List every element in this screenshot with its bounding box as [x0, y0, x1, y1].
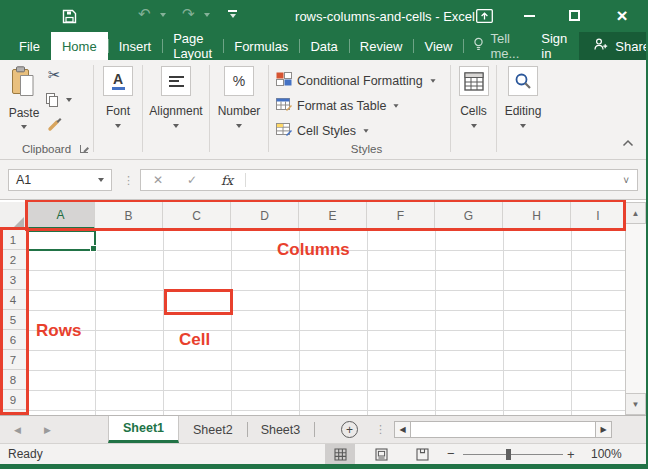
conditional-formatting-icon: [276, 72, 292, 89]
formula-input-panel: ✕ ✓ fx ˅: [140, 169, 638, 191]
tab-formulas[interactable]: Formulas: [223, 32, 299, 60]
tab-view[interactable]: View: [413, 32, 463, 60]
clipboard-group: Paste ✂ Clipboard: [0, 60, 93, 159]
sheet-tab-sheet2[interactable]: Sheet2: [179, 416, 247, 443]
cut-button[interactable]: ✂: [48, 66, 61, 84]
share-button[interactable]: Share: [579, 32, 648, 60]
alignment-dropdown-icon: [173, 124, 179, 128]
name-box-value: A1: [9, 173, 91, 187]
font-dropdown-icon: [115, 124, 121, 128]
expand-formula-bar-icon[interactable]: ˅: [615, 175, 637, 186]
format-painter-icon: [47, 118, 64, 135]
title-bar: ↶ ↷ rows-columns-and-cells - Excel ×: [0, 0, 646, 32]
conditional-formatting-button[interactable]: Conditional Formatting: [276, 68, 450, 93]
collapse-ribbon-icon[interactable]: [622, 133, 634, 151]
zoom-out-button[interactable]: −: [447, 446, 455, 461]
person-plus-icon: [594, 38, 608, 54]
tab-review[interactable]: Review: [349, 32, 414, 60]
window-bottom-edge: [0, 464, 646, 469]
worksheet-grid: A B C D E F G H I 1 2 3 4 5 6 7 8 9 Colu…: [0, 200, 646, 415]
tab-file[interactable]: File: [8, 32, 51, 60]
scroll-down-icon[interactable]: ▼: [626, 393, 646, 415]
format-as-table-button[interactable]: Format as Table: [276, 93, 450, 118]
scroll-up-icon[interactable]: ▲: [626, 202, 646, 224]
ribbon-display-options-icon[interactable]: [476, 9, 493, 23]
columns-annotation: Columns: [277, 240, 350, 260]
alignment-group-button[interactable]: Alignment: [143, 60, 209, 159]
formula-bar-row: A1 ⋮ ✕ ✓ fx ˅: [0, 160, 646, 200]
redo-icon[interactable]: ↷: [182, 5, 195, 23]
cells-group-button[interactable]: Cells: [451, 60, 496, 159]
alignment-icon: [161, 66, 191, 96]
font-icon: A: [103, 66, 133, 96]
hscroll-right-icon[interactable]: ▶: [595, 421, 612, 438]
minimize-button[interactable]: [524, 15, 535, 17]
paste-dropdown-icon: [21, 125, 27, 129]
sheet-nav-right-icon[interactable]: ▶: [44, 416, 51, 443]
cell-styles-button[interactable]: Cell Styles: [276, 118, 450, 143]
rows-annotation: Rows: [36, 321, 81, 341]
tab-data[interactable]: Data: [299, 32, 348, 60]
selected-cell-a1[interactable]: [27, 230, 96, 251]
sign-in-button[interactable]: Sign in: [529, 32, 579, 60]
customize-quick-access-icon[interactable]: [228, 10, 237, 18]
clipboard-dialog-launcher-icon[interactable]: [80, 145, 88, 153]
tab-home[interactable]: Home: [51, 32, 108, 60]
zoom-slider-track[interactable]: [463, 454, 563, 455]
maximize-button[interactable]: [569, 10, 580, 21]
sheet-tab-spacer: [314, 416, 342, 443]
zoom-level[interactable]: 100%: [591, 447, 622, 461]
number-group-label: Number: [218, 104, 261, 118]
lightbulb-icon: [473, 37, 484, 55]
hscroll-thumb[interactable]: [411, 421, 595, 438]
columns-highlight-box: [25, 200, 626, 231]
number-group-button[interactable]: % Number: [210, 60, 268, 159]
save-icon[interactable]: [60, 8, 78, 24]
name-box[interactable]: A1: [8, 169, 112, 191]
cell-styles-icon: [276, 122, 292, 139]
tab-page-layout[interactable]: Page Layout: [162, 32, 223, 60]
cells-table-icon: [459, 66, 489, 96]
status-bar: Ready − + 100%: [0, 443, 646, 464]
format-painter-button[interactable]: [47, 115, 64, 136]
editing-group-label: Editing: [505, 104, 542, 118]
ribbon-tab-row: File Home Insert Page Layout Formulas Da…: [0, 32, 646, 60]
sheetbar-grip-icon[interactable]: ⋮: [375, 416, 386, 443]
alignment-group-label: Alignment: [149, 104, 202, 118]
insert-function-icon[interactable]: fx: [209, 173, 245, 188]
page-layout-view-button[interactable]: [366, 444, 396, 464]
styles-group: Conditional Formatting Format as Table C…: [269, 60, 450, 159]
normal-view-button[interactable]: [325, 444, 355, 464]
page-break-preview-button[interactable]: [407, 444, 437, 464]
close-button[interactable]: ×: [612, 4, 632, 28]
copy-dropdown-icon[interactable]: [66, 98, 72, 102]
font-group-label: Font: [106, 104, 130, 118]
formula-bar-grip-icon[interactable]: ⋮: [123, 169, 134, 191]
sheet-tabs: Sheet1 Sheet2 Sheet3: [108, 416, 342, 443]
sheet-tab-sheet3[interactable]: Sheet3: [247, 416, 315, 443]
styles-group-label: Styles: [276, 143, 457, 155]
editing-group-button[interactable]: Editing: [497, 60, 549, 159]
new-sheet-button[interactable]: +: [341, 421, 358, 438]
name-box-dropdown-icon[interactable]: [98, 178, 104, 182]
sheet-tab-sheet1[interactable]: Sheet1: [108, 416, 179, 443]
hscroll-left-icon[interactable]: ◀: [394, 421, 411, 438]
cells-dropdown-icon: [471, 124, 477, 128]
horizontal-scrollbar[interactable]: ◀ ▶: [394, 421, 612, 438]
paste-button[interactable]: Paste: [8, 66, 40, 129]
status-text: Ready: [8, 447, 43, 461]
cancel-icon[interactable]: ✕: [141, 173, 175, 187]
tell-me-box[interactable]: Tell me...: [463, 32, 529, 60]
font-group-button[interactable]: A Font: [94, 60, 142, 159]
sheet-tab-bar: ◀ ▶ Sheet1 Sheet2 Sheet3 + ⋮ ◀ ▶: [0, 415, 646, 443]
undo-icon[interactable]: ↶: [138, 5, 151, 23]
vertical-scrollbar[interactable]: ▲ ▼: [625, 202, 646, 415]
redo-caret-icon[interactable]: [204, 13, 210, 17]
enter-icon[interactable]: ✓: [175, 173, 209, 187]
tab-insert[interactable]: Insert: [108, 32, 163, 60]
undo-caret-icon[interactable]: [160, 13, 166, 17]
zoom-slider-thumb[interactable]: [506, 449, 511, 460]
zoom-in-button[interactable]: +: [567, 447, 575, 462]
sheet-nav-left-icon[interactable]: ◀: [14, 416, 21, 443]
select-all-corner[interactable]: [0, 202, 27, 230]
